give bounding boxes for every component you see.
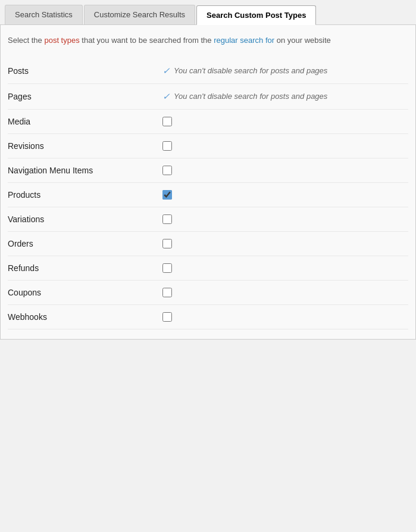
post-type-label-coupons: Coupons <box>8 288 162 297</box>
checkbox-coupons[interactable] <box>162 288 172 297</box>
post-type-control-refunds[interactable] <box>162 263 172 273</box>
disabled-msg-posts: ✓You can't disable search for posts and … <box>162 66 327 76</box>
post-type-control-navigation-menu-items[interactable] <box>162 166 172 175</box>
post-type-label-webhooks: Webhooks <box>8 312 162 322</box>
tab-content: Select the post types that you want to b… <box>0 25 416 340</box>
checkbox-navigation-menu-items[interactable] <box>162 166 172 175</box>
post-types-list: Posts✓You can't disable search for posts… <box>8 58 408 329</box>
description-highlight-regular: regular search for <box>214 36 274 45</box>
post-type-label-navigation-menu-items: Navigation Menu Items <box>8 166 162 175</box>
checkbox-webhooks[interactable] <box>162 312 172 322</box>
post-type-control-webhooks[interactable] <box>162 312 172 322</box>
disabled-msg-pages: ✓You can't disable search for posts and … <box>162 91 327 102</box>
post-type-control-pages: ✓You can't disable search for posts and … <box>162 91 327 102</box>
checkbox-orders[interactable] <box>162 239 172 248</box>
post-type-row-posts: Posts✓You can't disable search for posts… <box>8 58 408 84</box>
post-type-row-media: Media <box>8 110 408 134</box>
post-type-label-media: Media <box>8 117 162 126</box>
post-type-row-orders: Orders <box>8 232 408 256</box>
tab-search-statistics[interactable]: Search Statistics <box>5 5 83 24</box>
check-icon-pages: ✓ <box>162 91 170 102</box>
post-type-row-webhooks: Webhooks <box>8 305 408 329</box>
post-type-row-products: Products <box>8 183 408 207</box>
checkbox-variations[interactable] <box>162 214 172 224</box>
tab-customize-search-results[interactable]: Customize Search Results <box>84 5 195 24</box>
post-type-row-pages: Pages✓You can't disable search for posts… <box>8 84 408 110</box>
post-type-control-products[interactable] <box>162 190 172 200</box>
post-type-control-posts: ✓You can't disable search for posts and … <box>162 66 327 76</box>
post-type-control-orders[interactable] <box>162 239 172 248</box>
post-type-label-products: Products <box>8 190 162 200</box>
post-type-control-revisions[interactable] <box>162 141 172 151</box>
disabled-text-pages: You can't disable search for posts and p… <box>174 92 327 101</box>
tab-bar: Search Statistics Customize Search Resul… <box>0 0 416 25</box>
checkbox-revisions[interactable] <box>162 141 172 151</box>
post-type-row-navigation-menu-items: Navigation Menu Items <box>8 158 408 183</box>
post-type-control-variations[interactable] <box>162 214 172 224</box>
post-type-row-variations: Variations <box>8 207 408 232</box>
post-type-control-media[interactable] <box>162 117 172 126</box>
post-type-label-refunds: Refunds <box>8 263 162 273</box>
post-type-row-refunds: Refunds <box>8 256 408 281</box>
post-type-row-coupons: Coupons <box>8 281 408 305</box>
post-type-control-coupons[interactable] <box>162 288 172 297</box>
checkbox-refunds[interactable] <box>162 263 172 273</box>
checkbox-products[interactable] <box>162 190 172 200</box>
post-type-label-orders: Orders <box>8 239 162 248</box>
post-type-label-variations: Variations <box>8 214 162 224</box>
disabled-text-posts: You can't disable search for posts and p… <box>174 66 327 75</box>
post-type-label-posts: Posts <box>8 66 162 76</box>
description-highlight-post-types: post types <box>44 36 79 45</box>
tab-search-custom-post-types[interactable]: Search Custom Post Types <box>196 5 316 25</box>
description-text: Select the post types that you want to b… <box>8 35 408 46</box>
checkbox-media[interactable] <box>162 117 172 126</box>
post-type-label-pages: Pages <box>8 92 162 101</box>
post-type-row-revisions: Revisions <box>8 134 408 158</box>
check-icon-posts: ✓ <box>162 66 170 76</box>
post-type-label-revisions: Revisions <box>8 141 162 151</box>
